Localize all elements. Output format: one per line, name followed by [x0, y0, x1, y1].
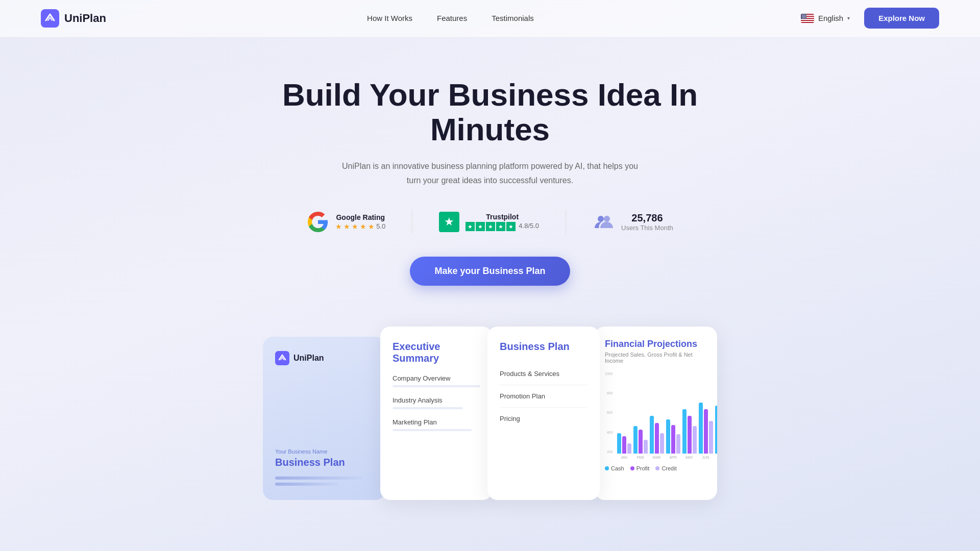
bar-cyan-jun: [699, 403, 703, 454]
bar-cyan-jan: [617, 433, 621, 454]
legend-cash-label: Cash: [611, 465, 624, 471]
svg-point-13: [803, 15, 803, 16]
explore-now-button[interactable]: Explore Now: [864, 8, 939, 29]
chart-y-axis: 1000 800 600 400 200: [605, 372, 615, 454]
legend-cash: Cash: [605, 465, 624, 471]
bar-cyan-mar: [650, 416, 654, 453]
trustpilot-rating: ★ Trustpilot ★ ★ ★ ★ ★ 4.8/5.0: [429, 207, 549, 237]
svg-point-25: [598, 216, 604, 222]
ratings-row: Google Rating ★ ★ ★ ★ ★ 5.0 ★ Trustpilot…: [10, 206, 970, 238]
chart-label-jun: JUN: [699, 456, 713, 459]
google-label: Google Rating: [335, 213, 385, 221]
svg-point-12: [802, 15, 802, 16]
toc-item-pricing: Pricing: [500, 408, 587, 430]
users-label: Users This Month: [621, 224, 673, 232]
chart-bar-group-may: [682, 409, 697, 454]
trustpilot-label: Trustpilot: [465, 213, 539, 221]
trustpilot-rating-info: Trustpilot ★ ★ ★ ★ ★ 4.8/5.0: [465, 213, 539, 231]
bar-purple-apr: [671, 425, 675, 454]
card-business-plan-toc: Business Plan Products & Services Promot…: [487, 327, 600, 500]
svg-point-19: [804, 16, 805, 17]
bar-lavender-feb: [644, 440, 648, 454]
cover-business-title: Business Plan: [275, 457, 373, 468]
google-rating-info: Google Rating ★ ★ ★ ★ ★ 5.0: [335, 213, 385, 231]
nav-links: How It Works Features Testimonials: [367, 14, 534, 23]
bar-purple-may: [688, 416, 692, 453]
chart-bar-group-mar: [650, 416, 664, 453]
google-score: 5.0: [376, 222, 385, 230]
divider-2: [566, 210, 566, 234]
chart-legend: Cash Profit Credit: [605, 465, 707, 471]
logo[interactable]: UniPlan: [41, 9, 106, 28]
svg-point-26: [604, 216, 610, 222]
bar-purple-jan: [622, 436, 626, 453]
google-icon: [307, 211, 329, 233]
bar-purple-feb: [639, 430, 643, 454]
chart-label-feb: FEB: [633, 456, 648, 459]
trustpilot-icon: ★: [439, 212, 459, 232]
language-selector[interactable]: English ▾: [795, 11, 856, 26]
chart-bar-group-apr: [666, 419, 680, 454]
svg-point-21: [802, 17, 802, 18]
cash-dot: [605, 466, 609, 470]
trustpilot-stars: ★ ★ ★ ★ ★ 4.8/5.0: [465, 222, 539, 231]
trustpilot-score: 4.8/5.0: [519, 222, 539, 231]
exec-item-company: Company Overview: [393, 374, 480, 387]
svg-point-15: [805, 15, 805, 16]
make-business-plan-button[interactable]: Make your Business Plan: [410, 257, 570, 286]
cover-bottom: Your Business Name Business Plan: [275, 448, 373, 486]
legend-credit: Credit: [655, 465, 676, 471]
financial-title: Financial Projections: [605, 339, 707, 349]
bar-cyan-feb: [633, 426, 638, 453]
card-cover: UniPlan Your Business Name Business Plan: [263, 337, 385, 500]
toc-title: Business Plan: [500, 341, 587, 353]
exec-item-industry: Industry Analysis: [393, 396, 480, 409]
legend-profit: Profit: [630, 465, 650, 471]
google-rating: Google Rating ★ ★ ★ ★ ★ 5.0: [297, 206, 396, 238]
cover-business-label: Your Business Name: [275, 448, 373, 455]
nav-how-it-works[interactable]: How It Works: [367, 14, 412, 22]
cover-lines: [275, 477, 373, 486]
bar-lavender-jan: [627, 443, 631, 454]
svg-point-10: [804, 14, 805, 15]
nav-right: English ▾ Explore Now: [795, 8, 939, 29]
svg-point-20: [805, 16, 806, 17]
users-info: 25,786 Users This Month: [621, 212, 673, 232]
bar-cyan-apr: [666, 419, 670, 454]
chart-wrapper: 1000 800 600 400 200 JANFEBMARAPRMAYJUNJ…: [605, 372, 707, 459]
bar-purple-mar: [655, 423, 659, 454]
svg-point-14: [804, 15, 804, 16]
svg-point-17: [802, 16, 803, 17]
nav-testimonials[interactable]: Testimonials: [492, 14, 534, 22]
hero-section: Build Your Business Idea In Minutes UniP…: [0, 37, 980, 327]
users-icon: [593, 211, 615, 233]
svg-point-18: [803, 16, 804, 17]
cover-logo-text: UniPlan: [293, 354, 324, 363]
card-executive-summary: Executive Summary Company Overview Indus…: [380, 327, 493, 500]
navbar: UniPlan How It Works Features Testimonia…: [0, 0, 980, 37]
cover-logo-icon: [275, 351, 289, 365]
card-financial-projections: Financial Projections Projected Sales, G…: [595, 327, 717, 500]
svg-rect-27: [275, 351, 289, 365]
logo-icon: [41, 9, 59, 28]
google-stars: ★ ★ ★ ★ ★ 5.0: [335, 222, 385, 231]
bar-purple-jun: [704, 409, 708, 454]
toc-item-products: Products & Services: [500, 363, 587, 385]
chart-area: [615, 372, 717, 454]
legend-profit-label: Profit: [636, 465, 650, 471]
credit-dot: [655, 466, 659, 470]
cover-line-2: [275, 483, 339, 486]
chart-bar-group-jun: [699, 403, 713, 454]
flag-icon: [801, 14, 814, 23]
svg-point-24: [805, 17, 805, 18]
chart-label-may: MAY: [682, 456, 697, 459]
bar-lavender-apr: [676, 434, 680, 453]
legend-credit-label: Credit: [662, 465, 676, 471]
chart-label-mar: MAR: [650, 456, 664, 459]
nav-features[interactable]: Features: [437, 14, 467, 22]
exec-item-marketing: Marketing Plan: [393, 418, 480, 431]
exec-line-3: [393, 429, 472, 431]
chart-bar-group-feb: [633, 426, 648, 453]
hero-subtitle: UniPlan is an innovative business planni…: [342, 159, 638, 187]
chart-label-jan: JAN: [617, 456, 631, 459]
